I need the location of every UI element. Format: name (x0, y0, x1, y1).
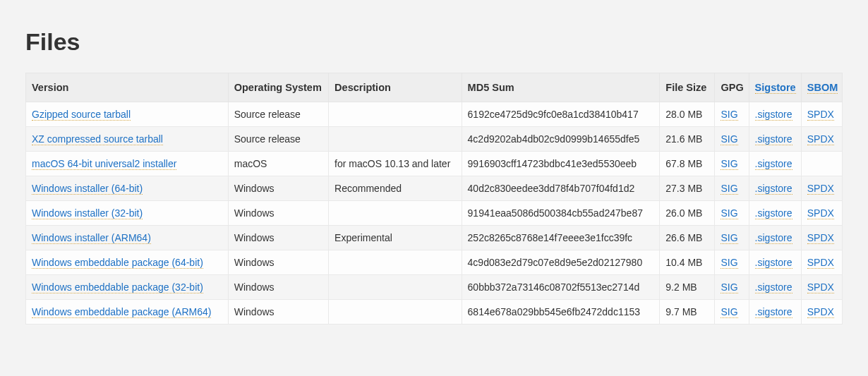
cell-sbom: SPDX (801, 127, 842, 152)
gpg-sig-link[interactable]: SIG (721, 133, 737, 145)
sigstore-link[interactable]: .sigstore (755, 158, 792, 170)
cell-gpg: SIG (715, 300, 749, 325)
sigstore-link[interactable]: .sigstore (755, 133, 792, 145)
download-link[interactable]: Windows installer (32-bit) (32, 207, 143, 219)
cell-description (329, 300, 462, 325)
sigstore-header-link[interactable]: Sigstore (755, 82, 796, 94)
sigstore-link[interactable]: .sigstore (755, 281, 792, 293)
cell-gpg: SIG (715, 152, 749, 176)
table-row: XZ compressed source tarballSource relea… (26, 127, 843, 152)
cell-size: 10.4 MB (660, 250, 715, 275)
cell-os: Windows (228, 275, 328, 300)
sbom-link[interactable]: SPDX (807, 281, 834, 293)
cell-version: Windows installer (32-bit) (26, 201, 229, 226)
cell-gpg: SIG (715, 102, 749, 127)
table-row: Windows embeddable package (32-bit)Windo… (26, 275, 843, 300)
gpg-sig-link[interactable]: SIG (721, 232, 737, 244)
cell-description (329, 275, 462, 300)
cell-os: Windows (228, 250, 328, 275)
cell-sbom (801, 152, 842, 176)
cell-os: Windows (228, 176, 328, 201)
table-row: macOS 64-bit universal2 installermacOSfo… (26, 152, 843, 176)
cell-size: 9.2 MB (660, 275, 715, 300)
sbom-header-link[interactable]: SBOM (807, 82, 838, 94)
cell-version: XZ compressed source tarball (26, 127, 229, 152)
cell-gpg: SIG (715, 127, 749, 152)
cell-size: 26.6 MB (660, 226, 715, 250)
col-sbom: SBOM (801, 73, 842, 102)
gpg-sig-link[interactable]: SIG (721, 281, 737, 293)
cell-sbom: SPDX (801, 176, 842, 201)
sbom-link[interactable]: SPDX (807, 232, 834, 244)
cell-md5: 60bbb372a73146c08702f5513ec2714d (462, 275, 660, 300)
download-link[interactable]: Windows embeddable package (64-bit) (32, 257, 203, 269)
download-link[interactable]: macOS 64-bit universal2 installer (32, 158, 176, 170)
sbom-link[interactable]: SPDX (807, 207, 834, 219)
cell-md5: 9916903cff14723bdbc41e3ed5530eeb (462, 152, 660, 176)
download-link[interactable]: Gzipped source tarball (32, 109, 131, 121)
sbom-link[interactable]: SPDX (807, 109, 834, 121)
cell-sigstore: .sigstore (749, 176, 801, 201)
cell-sbom: SPDX (801, 102, 842, 127)
col-sigstore: Sigstore (749, 73, 801, 102)
cell-description (329, 102, 462, 127)
cell-md5: 91941eaa5086d500384cb55ad247be87 (462, 201, 660, 226)
cell-sigstore: .sigstore (749, 201, 801, 226)
sigstore-link[interactable]: .sigstore (755, 109, 792, 121)
table-row: Windows embeddable package (ARM64)Window… (26, 300, 843, 325)
gpg-sig-link[interactable]: SIG (721, 207, 737, 219)
sigstore-link[interactable]: .sigstore (755, 183, 792, 195)
sigstore-link[interactable]: .sigstore (755, 257, 792, 269)
table-row: Windows installer (32-bit)Windows91941ea… (26, 201, 843, 226)
cell-md5: 6814e678a029bb545e6fb2472ddc1153 (462, 300, 660, 325)
sbom-link[interactable]: SPDX (807, 183, 834, 195)
gpg-sig-link[interactable]: SIG (721, 257, 737, 269)
table-body: Gzipped source tarballSource release6192… (26, 102, 843, 325)
download-link[interactable]: Windows embeddable package (32-bit) (32, 281, 203, 293)
cell-description: Recommended (329, 176, 462, 201)
cell-os: macOS (228, 152, 328, 176)
gpg-sig-link[interactable]: SIG (721, 158, 737, 170)
cell-sigstore: .sigstore (749, 300, 801, 325)
table-row: Windows installer (64-bit)WindowsRecomme… (26, 176, 843, 201)
cell-sbom: SPDX (801, 226, 842, 250)
gpg-sig-link[interactable]: SIG (721, 306, 737, 318)
cell-sigstore: .sigstore (749, 226, 801, 250)
sigstore-link[interactable]: .sigstore (755, 207, 792, 219)
sbom-link[interactable]: SPDX (807, 257, 834, 269)
download-link[interactable]: Windows installer (64-bit) (32, 183, 143, 195)
col-version: Version (26, 73, 229, 102)
cell-gpg: SIG (715, 275, 749, 300)
cell-version: Windows embeddable package (ARM64) (26, 300, 229, 325)
cell-description (329, 250, 462, 275)
cell-description (329, 201, 462, 226)
cell-version: Gzipped source tarball (26, 102, 229, 127)
col-gpg: GPG (715, 73, 749, 102)
download-link[interactable]: Windows embeddable package (ARM64) (32, 306, 211, 318)
download-link[interactable]: Windows installer (ARM64) (32, 232, 151, 244)
sbom-link[interactable]: SPDX (807, 133, 834, 145)
gpg-sig-link[interactable]: SIG (721, 183, 737, 195)
download-link[interactable]: XZ compressed source tarball (32, 133, 163, 145)
cell-os: Source release (228, 127, 328, 152)
col-os: Operating System (228, 73, 328, 102)
sigstore-link[interactable]: .sigstore (755, 306, 792, 318)
cell-md5: 252c8265c8768e14f7eeee3e1fcc39fc (462, 226, 660, 250)
cell-md5: 6192ce4725d9c9fc0e8a1cd38410b417 (462, 102, 660, 127)
gpg-sig-link[interactable]: SIG (721, 109, 737, 121)
cell-md5: 40d2c830eedee3dd78f4b707f04fd1d2 (462, 176, 660, 201)
cell-version: Windows embeddable package (64-bit) (26, 250, 229, 275)
cell-size: 28.0 MB (660, 102, 715, 127)
cell-version: Windows embeddable package (32-bit) (26, 275, 229, 300)
cell-sigstore: .sigstore (749, 275, 801, 300)
cell-size: 9.7 MB (660, 300, 715, 325)
cell-sigstore: .sigstore (749, 152, 801, 176)
cell-sigstore: .sigstore (749, 250, 801, 275)
sbom-link[interactable]: SPDX (807, 306, 834, 318)
cell-size: 26.0 MB (660, 201, 715, 226)
cell-gpg: SIG (715, 226, 749, 250)
sigstore-link[interactable]: .sigstore (755, 232, 792, 244)
cell-size: 21.6 MB (660, 127, 715, 152)
cell-description: for macOS 10.13 and later (329, 152, 462, 176)
cell-sigstore: .sigstore (749, 127, 801, 152)
